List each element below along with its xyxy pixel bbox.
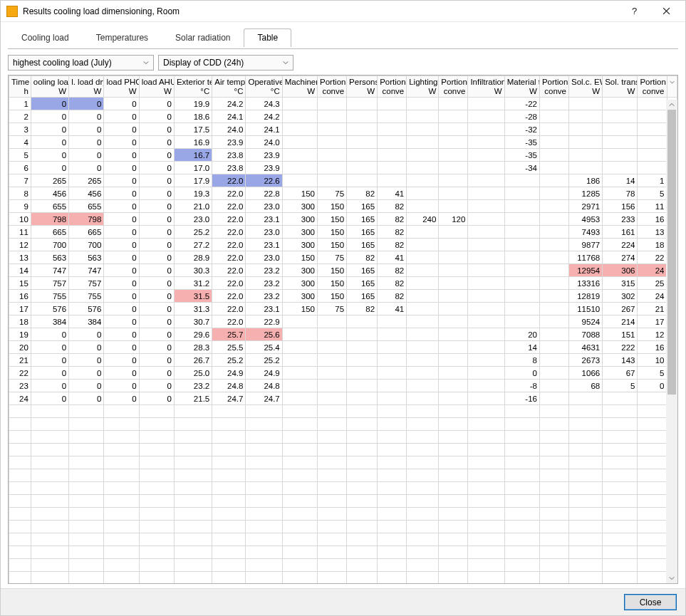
tab-solar-radiation[interactable]: Solar radiation xyxy=(162,28,244,47)
table-row[interactable]: 147477470030.322.023.2300150165821295430… xyxy=(9,264,677,277)
table-cell[interactable] xyxy=(539,303,568,315)
table-cell[interactable]: 6 xyxy=(9,162,31,174)
table-cell[interactable]: 17 xyxy=(9,303,31,315)
table-cell[interactable]: 25.2 xyxy=(212,354,246,367)
table-cell[interactable]: 82 xyxy=(378,277,407,290)
table-cell[interactable]: 23.2 xyxy=(174,380,212,392)
table-cell[interactable]: 22.6 xyxy=(246,174,282,187)
table-cell[interactable]: 0 xyxy=(104,239,139,251)
table-cell[interactable] xyxy=(603,162,638,174)
table-cell[interactable] xyxy=(378,341,407,354)
table-cell[interactable] xyxy=(318,149,347,162)
table-cell[interactable] xyxy=(504,213,539,226)
table-cell[interactable] xyxy=(282,392,317,405)
table-cell[interactable]: 240 xyxy=(407,213,439,226)
table-cell[interactable] xyxy=(439,200,468,213)
table-cell[interactable]: 0 xyxy=(139,239,174,251)
table-cell[interactable]: 23.0 xyxy=(174,213,212,226)
table-cell[interactable] xyxy=(439,264,468,277)
table-cell[interactable]: 165 xyxy=(347,264,378,277)
table-cell[interactable]: 0 xyxy=(139,251,174,264)
table-cell[interactable]: 24.0 xyxy=(246,136,282,149)
table-cell[interactable] xyxy=(407,380,439,392)
table-cell[interactable]: 11 xyxy=(638,200,667,213)
table-cell[interactable]: 25.0 xyxy=(174,367,212,380)
table-cell[interactable]: 21 xyxy=(638,303,667,315)
table-row[interactable]: 20000028.325.525.414463122216 xyxy=(9,341,677,354)
table-cell[interactable]: 563 xyxy=(31,251,68,264)
table-cell[interactable]: 30.7 xyxy=(174,315,212,328)
table-cell[interactable]: 665 xyxy=(69,226,104,239)
table-cell[interactable]: 150 xyxy=(282,251,317,264)
table-cell[interactable]: 0 xyxy=(31,367,68,380)
table-cell[interactable]: 13 xyxy=(9,251,31,264)
table-cell[interactable] xyxy=(347,341,378,354)
table-cell[interactable]: 15 xyxy=(9,277,31,290)
table-cell[interactable] xyxy=(282,136,317,149)
table-cell[interactable]: 25.6 xyxy=(246,328,282,341)
table-cell[interactable] xyxy=(439,226,468,239)
table-cell[interactable] xyxy=(638,149,667,162)
table-cell[interactable]: 0 xyxy=(139,136,174,149)
help-button[interactable]: ? xyxy=(618,1,650,21)
table-cell[interactable]: 0 xyxy=(104,174,139,187)
table-cell[interactable]: 165 xyxy=(347,277,378,290)
table-cell[interactable]: 25.2 xyxy=(246,354,282,367)
table-cell[interactable] xyxy=(539,277,568,290)
table-cell[interactable] xyxy=(603,123,638,136)
table-cell[interactable]: 23.0 xyxy=(246,200,282,213)
table-cell[interactable] xyxy=(378,136,407,149)
table-cell[interactable]: 19.3 xyxy=(174,187,212,200)
table-cell[interactable] xyxy=(439,354,468,367)
table-cell[interactable]: 150 xyxy=(318,226,347,239)
table-cell[interactable]: 16.9 xyxy=(174,136,212,149)
table-cell[interactable] xyxy=(318,110,347,123)
table-cell[interactable] xyxy=(318,341,347,354)
table-row[interactable]: 19000029.625.725.620708815112 xyxy=(9,328,677,341)
table-cell[interactable] xyxy=(539,149,568,162)
table-cell[interactable] xyxy=(539,380,568,392)
table-row[interactable]: 23000023.224.824.8-86850 xyxy=(9,380,677,392)
table-cell[interactable] xyxy=(378,123,407,136)
table-row[interactable]: 6000017.023.823.9-34 xyxy=(9,162,677,174)
table-cell[interactable] xyxy=(378,162,407,174)
table-cell[interactable]: 0 xyxy=(31,98,68,110)
table-cell[interactable]: 186 xyxy=(569,174,603,187)
table-cell[interactable]: 22.0 xyxy=(212,187,246,200)
table-cell[interactable] xyxy=(539,239,568,251)
table-cell[interactable] xyxy=(468,290,504,303)
table-cell[interactable]: 0 xyxy=(69,123,104,136)
table-cell[interactable]: 28.9 xyxy=(174,251,212,264)
table-cell[interactable]: 24.3 xyxy=(246,98,282,110)
table-cell[interactable]: 2673 xyxy=(569,354,603,367)
table-cell[interactable] xyxy=(439,328,468,341)
table-row[interactable]: 2000018.624.124.2-28 xyxy=(9,110,677,123)
table-cell[interactable]: 165 xyxy=(347,239,378,251)
table-cell[interactable] xyxy=(439,315,468,328)
table-cell[interactable] xyxy=(378,380,407,392)
table-cell[interactable]: 300 xyxy=(282,213,317,226)
table-cell[interactable]: 0 xyxy=(139,110,174,123)
table-cell[interactable] xyxy=(539,354,568,367)
table-cell[interactable] xyxy=(407,174,439,187)
table-cell[interactable]: 150 xyxy=(318,290,347,303)
table-cell[interactable]: 0 xyxy=(139,149,174,162)
table-cell[interactable]: 0 xyxy=(139,174,174,187)
table-cell[interactable] xyxy=(468,328,504,341)
table-cell[interactable]: 0 xyxy=(504,367,539,380)
table-cell[interactable]: 27.2 xyxy=(174,239,212,251)
table-cell[interactable]: 0 xyxy=(69,341,104,354)
table-cell[interactable]: 755 xyxy=(69,290,104,303)
table-cell[interactable] xyxy=(318,123,347,136)
table-cell[interactable] xyxy=(569,136,603,149)
table-cell[interactable] xyxy=(378,110,407,123)
table-cell[interactable]: 0 xyxy=(139,315,174,328)
table-cell[interactable] xyxy=(539,341,568,354)
table-cell[interactable]: 120 xyxy=(439,213,468,226)
table-row[interactable]: 22000025.024.924.901066675 xyxy=(9,367,677,380)
table-cell[interactable] xyxy=(282,380,317,392)
table-cell[interactable] xyxy=(539,264,568,277)
table-cell[interactable] xyxy=(378,354,407,367)
table-cell[interactable]: 0 xyxy=(139,98,174,110)
table-cell[interactable]: 2 xyxy=(9,110,31,123)
